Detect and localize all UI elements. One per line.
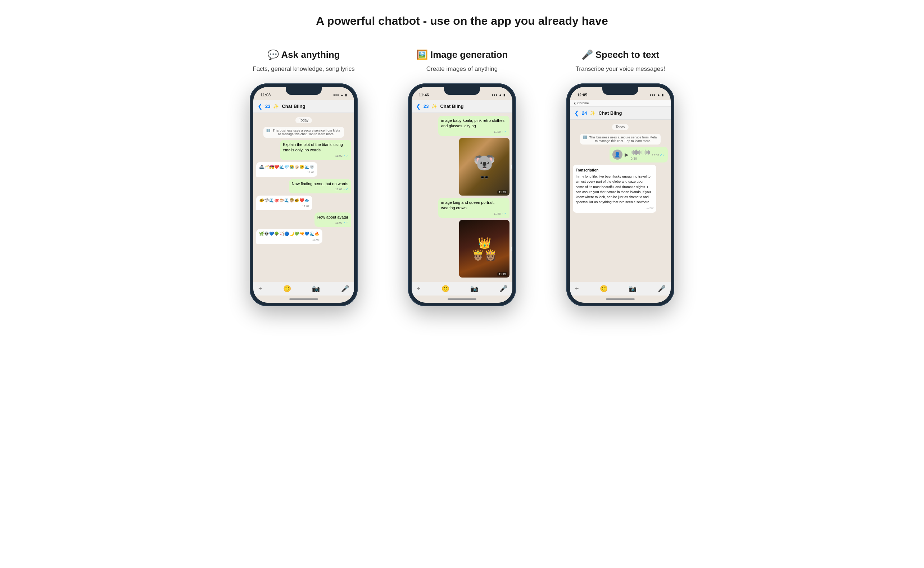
camera-icon-speech[interactable]: 📷: [629, 285, 636, 293]
chat-area-speech[interactable]: Today ℹ️ This business uses a secure ser…: [570, 120, 671, 282]
date-label-ask: Today: [295, 117, 312, 123]
signal-icon-img: ●●●: [491, 93, 497, 97]
system-msg-speech: ℹ️ This business uses a secure service f…: [580, 134, 660, 145]
bottom-bar-speech: + 🙂 📷 🎤: [570, 282, 671, 296]
feature-speech: 🎤 Speech to text Transcribe your voice m…: [552, 49, 689, 306]
features-container: 💬 Ask anything Facts, general knowledge,…: [210, 49, 714, 306]
emoji-icon-speech[interactable]: 🙂: [600, 285, 608, 293]
sparkle-icon-ask: ✨: [273, 104, 279, 109]
camera-icon-ask[interactable]: 📷: [312, 285, 320, 293]
battery-icon-speech: ▮: [662, 93, 663, 97]
chat-num-speech: 24: [582, 110, 587, 116]
phone-notch-speech: [602, 87, 638, 95]
voice-time: 12:05 ✓✓: [652, 154, 665, 157]
msg-ask-3: Now finding nemo, but no words 11:02 ✓✓: [289, 179, 351, 194]
chrome-back: ❮: [574, 101, 576, 105]
emoji-icon-ask[interactable]: 🙂: [283, 285, 291, 293]
chat-area-img[interactable]: image baby koala, pink retro clothes and…: [412, 113, 512, 282]
emoji-icon-img[interactable]: 🙂: [441, 285, 449, 293]
mic-icon-ask[interactable]: 🎤: [341, 285, 349, 293]
home-indicator-speech: [570, 296, 671, 303]
chrome-bar: ❮ Chrome: [570, 100, 671, 107]
chat-num-img: 23: [424, 104, 429, 109]
mic-feature-icon: 🎤: [582, 49, 593, 60]
time-speech: 12:05: [577, 93, 587, 97]
msg-ask-5: How about avatar 11:03 ✓✓: [315, 213, 351, 227]
feature-title-img: 🖼️ Image generation: [416, 49, 508, 60]
chat-name-img: Chat Bling: [440, 104, 464, 109]
phone-notch-img: [444, 87, 480, 95]
phone-speech: 12:05 ●●● ▲ ▮ ❮ Chrome ❮ 24 ✨: [567, 83, 674, 306]
status-icons-speech: ●●● ▲ ▮: [650, 93, 663, 97]
battery-icon-img: ▮: [503, 93, 505, 97]
bottom-bar-ask: + 🙂 📷 🎤: [253, 282, 354, 296]
feature-subtitle-ask: Facts, general knowledge, song lyrics: [253, 65, 354, 73]
chat-name-speech: Chat Bling: [598, 110, 622, 116]
back-button-ask[interactable]: ❮: [258, 103, 262, 110]
forward-btn-king[interactable]: ↗: [511, 245, 512, 252]
system-msg-ask: ℹ️ This business uses a secure service f…: [264, 127, 344, 138]
mic-icon-img[interactable]: 🎤: [500, 285, 507, 293]
page-title: A powerful chatbot - use on the app you …: [316, 14, 608, 28]
home-indicator-img: [412, 296, 512, 303]
waveform: [631, 149, 650, 156]
transcription-text: In my long life, I've been lucky enough …: [576, 174, 653, 205]
voice-avatar: 👤: [612, 150, 623, 160]
date-label-speech: Today: [612, 124, 629, 130]
battery-icon: ▮: [345, 93, 347, 97]
phone-screen-ask: 11:03 ●●● ▲ ▮ ❮ 23 ✨ Chat Bling Today: [253, 87, 354, 303]
bottom-bar-img: + 🙂 📷 🎤: [412, 282, 512, 296]
signal-icon: ●●●: [333, 93, 339, 97]
wifi-icon-img: ▲: [499, 93, 502, 97]
img-king-container: 👑 🤴🏽👸🏽 11:45 ↗: [459, 220, 509, 278]
msg-ask-1: Explain the plot of the titanic using em…: [280, 140, 351, 160]
time-ask: 11:03: [261, 93, 271, 97]
feature-image-gen: 🖼️ Image generation Create images of any…: [394, 49, 530, 306]
plus-icon-speech[interactable]: +: [575, 285, 579, 293]
transcription-bubble: Transcription In my long life, I've been…: [573, 165, 656, 213]
mic-icon-speech[interactable]: 🎤: [658, 285, 666, 293]
phone-screen-speech: 12:05 ●●● ▲ ▮ ❮ Chrome ❮ 24 ✨: [570, 87, 671, 303]
voice-message: 👤 ▶: [609, 147, 668, 163]
feature-subtitle-speech: Transcribe your voice messages!: [576, 65, 665, 73]
image-icon: 🖼️: [416, 49, 428, 60]
transcription-title: Transcription: [576, 168, 653, 173]
time-img: 11:46: [419, 93, 429, 97]
phone-notch-ask: [286, 87, 322, 95]
wa-header-speech: ❮ 24 ✨ Chat Bling: [570, 107, 671, 120]
chrome-label: Chrome: [577, 101, 589, 105]
msg-ask-2: 🚢🥂💏❤️🌊💎😭👴🏻😢🌊💀 11:02: [256, 162, 317, 177]
msg-img-2: image king and queen portrait, wearing c…: [438, 198, 509, 218]
msg-ask-4: 🐠🦈🌊🐙🐡🌊👦🏼🐠❤️🐟 11:02: [256, 196, 312, 210]
status-icons-img: ●●● ▲ ▮: [491, 93, 505, 97]
img-koala-time: 11:29: [497, 190, 507, 194]
back-button-img[interactable]: ❮: [416, 103, 421, 110]
feature-ask-anything: 💬 Ask anything Facts, general knowledge,…: [235, 49, 372, 306]
wa-header-img: ❮ 23 ✨ Chat Bling: [412, 100, 512, 113]
chat-name-ask: Chat Bling: [282, 104, 305, 109]
chat-area-ask[interactable]: Today ℹ️ This business uses a secure ser…: [253, 113, 354, 282]
sparkle-icon-speech: ✨: [590, 110, 595, 116]
msg-img-1: image baby koala, pink retro clothes and…: [438, 116, 509, 136]
feature-title-ask: 💬 Ask anything: [267, 49, 340, 60]
plus-icon-ask[interactable]: +: [258, 285, 262, 293]
home-indicator-ask: [253, 296, 354, 303]
img-koala-container: 🐨 🕶️ 11:29 ↗: [459, 138, 509, 196]
signal-icon-speech: ●●●: [650, 93, 656, 97]
feature-subtitle-img: Create images of anything: [426, 65, 498, 73]
wifi-icon-speech: ▲: [657, 93, 660, 97]
status-icons-ask: ●●● ▲ ▮: [333, 93, 347, 97]
wa-header-ask: ❮ 23 ✨ Chat Bling: [253, 100, 354, 113]
voice-duration: 0:30: [631, 157, 650, 160]
img-king: 👑 🤴🏽👸🏽 11:45: [459, 220, 509, 278]
phone-screen-img: 11:46 ●●● ▲ ▮ ❮ 23 ✨ Chat Bling: [412, 87, 512, 303]
plus-icon-img[interactable]: +: [417, 285, 421, 293]
chat-num-ask: 23: [265, 104, 270, 109]
transcription-time: 12:05: [576, 205, 653, 210]
msg-ask-6: 🌿👽💙🌳🏹🔵🌙💚🔫💙🌊🔥 11:03: [256, 229, 323, 244]
play-button[interactable]: ▶: [625, 152, 629, 157]
back-button-speech[interactable]: ❮: [574, 110, 579, 116]
forward-btn-koala[interactable]: ↗: [511, 163, 512, 171]
wifi-icon: ▲: [340, 93, 344, 97]
camera-icon-img[interactable]: 📷: [470, 285, 478, 293]
